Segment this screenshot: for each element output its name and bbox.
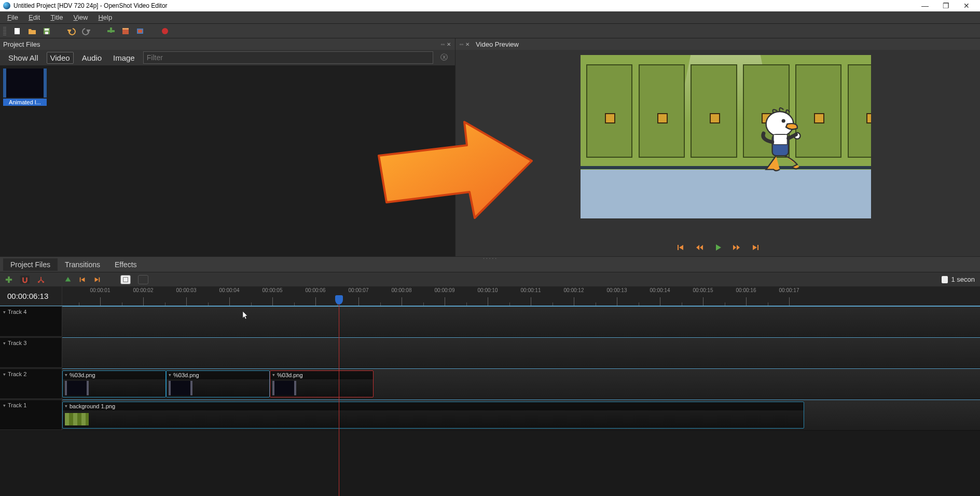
track-header[interactable]: ▸Track 4 xyxy=(0,306,62,337)
svg-point-12 xyxy=(782,119,785,123)
panel-close-icon[interactable]: ✕ xyxy=(446,42,452,47)
clip-label: %03d.png xyxy=(277,372,303,378)
lower-tabs: Project Files Transitions Effects • • • … xyxy=(0,256,980,272)
rewind-icon[interactable] xyxy=(695,243,703,252)
menu-edit[interactable]: Edit xyxy=(23,12,45,22)
center-playhead-icon[interactable] xyxy=(120,275,131,284)
misc-toggle-icon[interactable] xyxy=(138,275,148,284)
track-header[interactable]: ▸Track 2 xyxy=(0,368,62,399)
panel-detach-icon[interactable]: ▫▫ xyxy=(459,42,464,47)
jump-start-icon[interactable] xyxy=(677,243,685,252)
svg-rect-19 xyxy=(6,279,12,281)
fast-forward-icon[interactable] xyxy=(733,243,741,252)
track-row: ▸Track 1▸background 1.png xyxy=(0,399,980,431)
tab-effects[interactable]: Effects xyxy=(107,258,144,271)
svg-rect-2 xyxy=(45,29,49,31)
svg-rect-9 xyxy=(138,30,142,33)
file-label: Animated I... xyxy=(3,99,47,106)
panel-detach-icon[interactable]: ▫▫ xyxy=(440,42,446,47)
splitter-handle[interactable]: • • • • • xyxy=(480,257,501,259)
track-lane[interactable] xyxy=(62,337,980,368)
menu-help[interactable]: Help xyxy=(93,12,117,22)
track-header[interactable]: ▸Track 1 xyxy=(0,399,62,430)
marker-icon[interactable] xyxy=(64,276,72,283)
timeline-toolbar: 1 secon xyxy=(0,272,980,286)
play-icon[interactable] xyxy=(714,243,722,252)
track-lane[interactable]: ▸%03d.png▸%03d.png▸%03d.png xyxy=(62,368,980,399)
file-thumbnail xyxy=(3,68,47,98)
track-row: ▸Track 4 xyxy=(0,306,980,337)
menu-bar: File Edit Title View Help xyxy=(0,11,980,24)
clip-label: background 1.png xyxy=(70,403,115,409)
redo-icon[interactable] xyxy=(82,27,90,35)
prev-marker-icon[interactable] xyxy=(79,276,86,283)
tab-project-files[interactable]: Project Files xyxy=(3,258,58,271)
svg-rect-24 xyxy=(123,277,128,282)
track-lane[interactable]: ▸background 1.png xyxy=(62,399,980,430)
preview-character xyxy=(749,101,811,178)
next-marker-icon[interactable] xyxy=(93,276,101,283)
profile-icon[interactable] xyxy=(121,27,130,35)
video-preview-canvas[interactable] xyxy=(581,55,871,218)
main-toolbar xyxy=(0,24,980,38)
project-file-item[interactable]: Animated I... xyxy=(3,68,47,106)
zoom-slider-thumb[interactable] xyxy=(942,276,948,283)
new-project-icon[interactable] xyxy=(13,27,22,35)
tab-transitions[interactable]: Transitions xyxy=(58,258,107,271)
current-time: 00:00:06:13 xyxy=(0,286,62,306)
open-project-icon[interactable] xyxy=(28,27,36,35)
track-header[interactable]: ▸Track 3 xyxy=(0,337,62,368)
clip-label: %03d.png xyxy=(70,372,95,378)
timeline-clip[interactable]: ▸background 1.png xyxy=(62,402,804,429)
save-project-icon[interactable] xyxy=(43,27,51,35)
snap-icon[interactable] xyxy=(20,275,30,284)
menu-title[interactable]: Title xyxy=(45,12,68,22)
playhead[interactable] xyxy=(339,297,339,496)
timeline-clip[interactable]: ▸%03d.png xyxy=(62,370,166,397)
filter-image[interactable]: Image xyxy=(110,52,138,63)
menu-view[interactable]: View xyxy=(68,12,93,22)
project-files-area[interactable]: Animated I... xyxy=(0,65,455,256)
svg-point-10 xyxy=(162,28,168,34)
add-track-icon[interactable] xyxy=(5,276,12,283)
jump-end-icon[interactable] xyxy=(751,243,760,252)
filter-clear-icon[interactable]: ⓧ xyxy=(438,53,450,62)
window-title: Untitled Project [HDV 720 24p] - OpenSho… xyxy=(13,2,168,9)
undo-icon[interactable] xyxy=(67,27,76,35)
video-preview-panel: ▫▫ ✕ Video Preview xyxy=(456,38,980,256)
app-icon xyxy=(3,2,10,9)
svg-rect-14 xyxy=(774,135,787,145)
close-button[interactable]: ✕ xyxy=(956,2,977,10)
razor-icon[interactable] xyxy=(37,276,45,283)
timeline-clip[interactable]: ▸%03d.png xyxy=(166,370,270,397)
timeline-ruler[interactable]: 00:00:06:13 00:00:0100:00:0200:00:0300:0… xyxy=(0,286,980,306)
project-files-panel: Project Files ▫▫ ✕ Show All Video Audio … xyxy=(0,38,456,256)
panel-title-project-files: Project Files xyxy=(3,40,440,48)
svg-point-20 xyxy=(38,281,40,283)
fullscreen-icon[interactable] xyxy=(136,27,144,35)
minimize-button[interactable]: — xyxy=(915,2,935,10)
svg-rect-16 xyxy=(678,245,679,250)
track-row: ▸Track 3 xyxy=(0,337,980,368)
window-titlebar: Untitled Project [HDV 720 24p] - OpenSho… xyxy=(0,0,980,11)
track-lane[interactable] xyxy=(62,306,980,337)
svg-rect-7 xyxy=(122,28,129,30)
maximize-button[interactable]: ❐ xyxy=(935,2,956,10)
filter-input[interactable] xyxy=(143,51,433,64)
filter-video[interactable]: Video xyxy=(47,52,74,64)
svg-rect-3 xyxy=(45,32,48,34)
import-files-icon[interactable] xyxy=(107,27,115,35)
panel-title-video-preview: Video Preview xyxy=(476,40,977,48)
svg-point-21 xyxy=(43,281,45,283)
toolbar-grip xyxy=(3,27,6,35)
clip-label: %03d.png xyxy=(173,372,199,378)
export-icon[interactable] xyxy=(161,27,169,35)
filter-audio[interactable]: Audio xyxy=(79,52,105,63)
svg-rect-23 xyxy=(99,277,100,282)
timeline-clip[interactable]: ▸%03d.png xyxy=(270,370,374,397)
filter-show-all[interactable]: Show All xyxy=(5,52,42,63)
svg-rect-17 xyxy=(757,245,758,250)
timeline: 00:00:06:13 00:00:0100:00:0200:00:0300:0… xyxy=(0,286,980,496)
panel-close-icon[interactable]: ✕ xyxy=(464,42,471,47)
menu-file[interactable]: File xyxy=(2,12,23,22)
